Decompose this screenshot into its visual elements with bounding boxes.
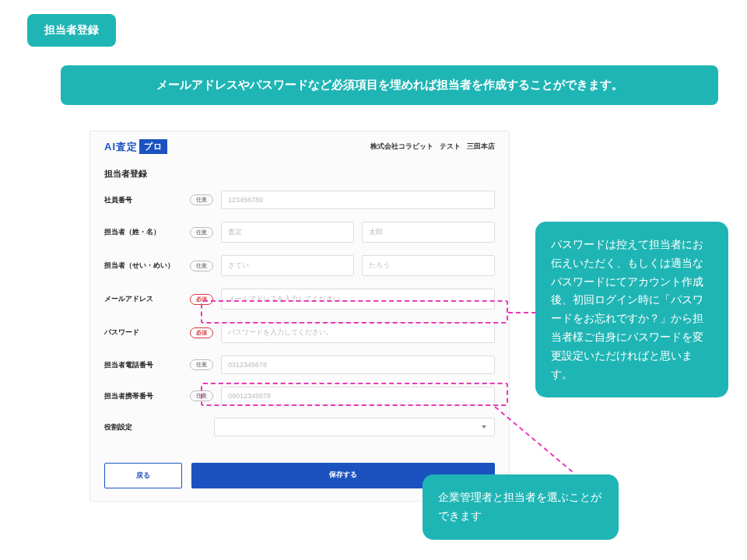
callout-password: パスワードは控えて担当者にお伝えいただく、もしくは適当なパスワードにてアカウント… [535,222,728,397]
company-name: 株式会社コラビット [370,142,433,152]
row-name: 担当者（姓・名） 任意 査定 太郎 [104,215,495,249]
label-name: 担当者（姓・名） [104,227,190,237]
row-emp-no: 社員番号 任意 123456789 [104,184,495,215]
company-info: 株式会社コラビット テスト 三田本店 [370,142,495,152]
registration-form-card: AI査定 プロ 株式会社コラビット テスト 三田本店 担当者登録 社員番号 任意… [89,131,510,502]
tag-optional: 任意 [190,390,213,401]
section-badge: 担当者登録 [27,14,116,47]
form-header: AI査定 プロ 株式会社コラビット テスト 三田本店 [90,131,509,162]
form-title: 担当者登録 [90,162,509,184]
tag-optional: 任意 [190,194,213,205]
input-last-name[interactable]: 査定 [221,222,354,243]
input-mobile[interactable]: 09012345678 [221,387,495,405]
input-password[interactable]: パスワードを入力してください。 [221,322,495,343]
company-branch: 三田本店 [467,142,495,152]
tag-optional: 任意 [190,227,213,238]
input-emp-no[interactable]: 123456789 [221,191,495,209]
tag-required: 必須 [190,294,213,305]
row-password: パスワード 必須 パスワードを入力してください。 [104,316,495,349]
select-role[interactable] [214,418,495,436]
leader-password [508,312,536,313]
input-first-kana[interactable]: たろう [362,255,495,276]
input-email[interactable]: メールアドレスを入力してください。 [221,289,495,310]
row-kana: 担当者（せい・めい） 任意 さてい たろう [104,249,495,282]
label-role: 役割設定 [104,422,190,432]
row-tel: 担当者電話番号 任意 0312345678 [104,349,495,380]
label-password: パスワード [104,327,190,338]
company-test: テスト [440,142,461,152]
logo-text: AI査定 [104,140,138,154]
label-emp-no: 社員番号 [104,195,190,205]
label-email: メールアドレス [104,294,190,304]
back-button[interactable]: 戻る [104,463,182,488]
label-kana: 担当者（せい・めい） [104,261,190,271]
tag-optional: 任意 [190,261,213,271]
input-first-name[interactable]: 太郎 [362,222,495,243]
callout-role: 企業管理者と担当者を選ぶことができます [423,474,619,540]
instruction-banner: メールアドレスやパスワードなど必須項目を埋めれば担当者を作成することができます。 [61,65,718,105]
input-last-kana[interactable]: さてい [221,255,354,276]
logo-box: プロ [139,139,167,154]
tag-optional: 任意 [190,359,213,370]
row-mobile: 担当者携帯番号 任意 09012345678 [104,380,495,411]
input-tel[interactable]: 0312345678 [221,355,495,374]
label-mobile: 担当者携帯番号 [104,391,190,401]
tag-required: 必須 [190,327,213,338]
label-tel: 担当者電話番号 [104,360,190,370]
row-role: 役割設定 --- [104,411,495,443]
row-email: メールアドレス 必須 メールアドレスを入力してください。 [104,282,495,316]
form-body: 社員番号 任意 123456789 担当者（姓・名） 任意 査定 太郎 担当者（… [90,184,509,453]
